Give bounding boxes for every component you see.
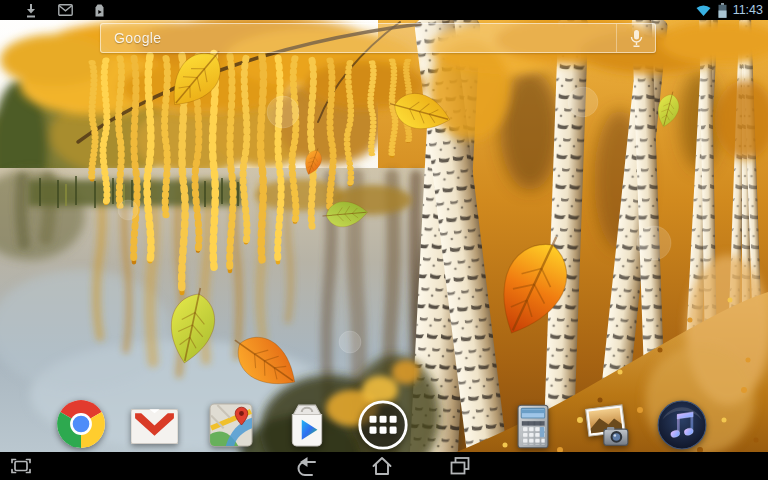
microphone-icon bbox=[630, 29, 643, 48]
calculator-icon bbox=[517, 404, 549, 449]
maps-icon bbox=[209, 403, 253, 447]
download-complete-icon bbox=[24, 2, 38, 19]
navigation-bar bbox=[0, 452, 768, 480]
dock-app-calculator[interactable] bbox=[506, 399, 560, 453]
all-apps-button[interactable] bbox=[356, 398, 410, 452]
android-home-screen: 11:43 Google bbox=[0, 0, 768, 480]
back-button[interactable] bbox=[294, 454, 318, 478]
voice-search-button[interactable] bbox=[616, 24, 655, 52]
dock-app-play-store[interactable] bbox=[280, 398, 334, 452]
dock-app-chrome[interactable] bbox=[54, 397, 108, 451]
dock-app-maps[interactable] bbox=[204, 398, 258, 452]
google-logo: Google bbox=[101, 30, 616, 46]
play-store-icon bbox=[93, 3, 106, 18]
wifi-icon bbox=[695, 2, 712, 18]
chrome-icon bbox=[55, 398, 107, 450]
dock-app-gallery[interactable] bbox=[580, 399, 634, 453]
notification-icons bbox=[0, 2, 695, 19]
dock-app-gmail[interactable] bbox=[127, 399, 181, 453]
system-status-icons: 11:43 bbox=[695, 0, 768, 20]
expand-desktop-icon bbox=[9, 454, 33, 478]
home-icon bbox=[370, 454, 394, 478]
music-icon bbox=[656, 399, 708, 451]
dock-app-music[interactable] bbox=[655, 398, 709, 452]
email-icon bbox=[58, 4, 73, 16]
all-apps-icon bbox=[356, 398, 410, 452]
status-clock: 11:43 bbox=[733, 0, 763, 20]
status-bar[interactable]: 11:43 bbox=[0, 0, 768, 20]
home-button[interactable] bbox=[370, 454, 394, 478]
google-search-widget[interactable]: Google bbox=[100, 23, 656, 53]
gallery-camera-icon bbox=[583, 404, 631, 448]
play-store-dock-icon bbox=[286, 402, 328, 448]
gmail-icon bbox=[131, 409, 178, 444]
recents-icon bbox=[448, 454, 472, 478]
back-icon bbox=[294, 454, 318, 478]
battery-icon bbox=[717, 2, 728, 19]
recents-button[interactable] bbox=[448, 454, 472, 478]
camera bbox=[604, 427, 628, 445]
expand-desktop-button[interactable] bbox=[9, 454, 33, 478]
